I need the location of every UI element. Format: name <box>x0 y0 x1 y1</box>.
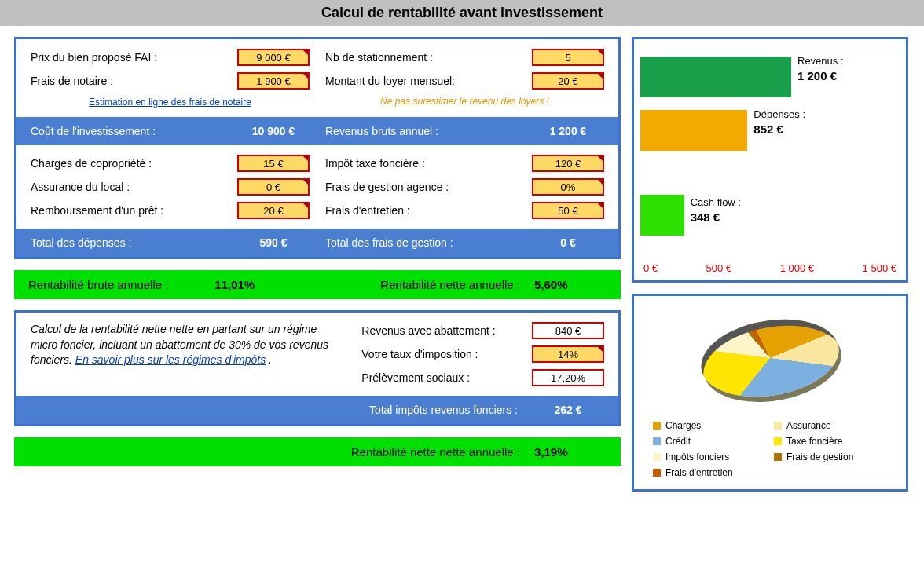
legend-swatch <box>774 422 782 430</box>
bar-rentabilite-finale: Rentabilité nette nette annuelle : 3,19% <box>14 437 621 466</box>
bar-chart-axis: 0 €500 €1 000 €1 500 € <box>640 262 900 274</box>
legend-item: Frais de gestion <box>774 452 887 462</box>
bar <box>640 195 684 236</box>
value-revenus-bruts: 1 200 € <box>532 125 604 137</box>
input-prix-fai[interactable]: 9 000 € <box>237 49 310 66</box>
input-frais-notaire[interactable]: 1 900 € <box>237 72 310 90</box>
value-prelevement-sociaux: 17,20% <box>532 369 604 386</box>
pie-graphic <box>686 306 854 410</box>
pie-legend: ChargesAssuranceCréditTaxe foncièreImpôt… <box>645 420 895 478</box>
bar-label: Revenus :1 200 € <box>798 55 844 84</box>
panel-investment: Prix du bien proposé FAI : 9 000 € Frais… <box>14 37 621 259</box>
bar-chart: Revenus :1 200 €Dépenses :852 €Cash flow… <box>640 50 900 254</box>
label-total-impots: Total impôts revenus fonciers : <box>325 404 532 416</box>
label-assurance: Assurance du local : <box>31 181 231 193</box>
legend-swatch <box>653 469 661 477</box>
label-cout-investissement: Coût de l'investissement : <box>31 125 237 137</box>
label-pret: Remboursement d'un prêt : <box>31 204 231 217</box>
summary-impots: Total impôts revenus fonciers : 262 € <box>16 396 618 424</box>
input-pret[interactable]: 20 € <box>237 202 310 219</box>
bar-row: Cash flow :348 € <box>640 188 900 242</box>
legend-label: Taxe foncière <box>786 436 842 447</box>
input-taxe-fonciere[interactable]: 120 € <box>532 155 604 172</box>
label-taxe-fonciere: Impôt taxe foncière : <box>325 157 526 170</box>
value-rentab-nette-nette: 3,19% <box>534 445 607 459</box>
legend-swatch <box>774 453 782 461</box>
value-abattement: 840 € <box>532 322 604 339</box>
input-charges-copro[interactable]: 15 € <box>237 155 310 172</box>
label-loyer-mensuel: Montant du loyer mensuel: <box>325 75 526 87</box>
legend-item: Assurance <box>774 420 887 431</box>
legend-label: Charges <box>666 420 701 431</box>
legend-item: Crédit <box>653 436 766 447</box>
bar-rentabilite: Rentabilité brute annuelle : 11,01% Rent… <box>14 270 621 299</box>
legend-item: Charges <box>653 420 766 431</box>
input-loyer-mensuel[interactable]: 20 € <box>532 72 604 90</box>
label-total-depenses: Total des dépenses : <box>31 236 237 249</box>
label-rentab-brute: Rentabilité brute annuelle : <box>28 278 214 291</box>
desc-micro-foncier: Calcul de la rentabilité nette nette en … <box>31 322 346 368</box>
legend-swatch <box>653 437 661 445</box>
bar <box>640 57 791 97</box>
legend-label: Impôts fonciers <box>666 452 729 462</box>
right-column: Revenus :1 200 €Dépenses :852 €Cash flow… <box>632 37 908 492</box>
bar-label: Dépenses :852 € <box>754 108 805 137</box>
link-regimes-impots[interactable]: En savoir plus sur les régimes d'impôts <box>75 353 266 366</box>
label-frais-notaire: Frais de notaire : <box>31 75 231 87</box>
bar-row: Dépenses :852 € <box>640 104 900 157</box>
axis-tick: 0 € <box>644 262 658 274</box>
axis-tick: 500 € <box>706 262 732 274</box>
input-nb-stationnement[interactable]: 5 <box>532 49 604 66</box>
legend-label: Frais de gestion <box>786 452 853 462</box>
pie-chart <box>645 307 895 409</box>
pie-chart-panel: ChargesAssuranceCréditTaxe foncièreImpôt… <box>632 294 908 492</box>
legend-label: Frais d'entretien <box>666 467 733 478</box>
bar-label: Cash flow :348 € <box>691 196 741 225</box>
legend-label: Crédit <box>666 436 691 447</box>
summary-depenses: Total des dépenses : 590 € Total des fra… <box>16 229 618 257</box>
value-rentab-nette: 5,60% <box>534 278 607 291</box>
bar-row: Revenus :1 200 € <box>640 50 900 104</box>
label-rentab-nette-nette: Rentabilité nette nette annuelle : <box>274 445 534 459</box>
bar-chart-panel: Revenus :1 200 €Dépenses :852 €Cash flow… <box>632 37 908 283</box>
link-estimation-notaire[interactable]: Estimation en ligne des frais de notaire <box>89 97 251 108</box>
value-total-depenses: 590 € <box>237 236 310 249</box>
page-title: Calcul de rentabilité avant investisseme… <box>0 0 924 26</box>
input-frais-entretien[interactable]: 50 € <box>532 202 604 219</box>
value-rentab-brute: 11,01% <box>214 278 287 291</box>
input-frais-agence[interactable]: 0% <box>532 178 604 196</box>
panel-impots: Calcul de la rentabilité nette nette en … <box>14 310 621 426</box>
legend-item: Frais d'entretien <box>653 467 766 478</box>
label-frais-agence: Frais de gestion agence : <box>325 181 526 193</box>
legend-item: Taxe foncière <box>774 436 887 447</box>
label-total-gestion: Total des frais de gestion : <box>325 236 532 249</box>
input-assurance[interactable]: 0 € <box>237 178 310 196</box>
label-nb-stationnement: Nb de stationnement : <box>325 51 526 64</box>
note-loyer: Ne pas surestimer le revenu des loyers ! <box>325 96 604 107</box>
summary-investment: Coût de l'investissement : 10 900 € Reve… <box>16 117 618 145</box>
legend-swatch <box>774 437 782 445</box>
left-column: Prix du bien proposé FAI : 9 000 € Frais… <box>14 37 621 492</box>
bar <box>640 110 747 151</box>
desc-suffix: . <box>266 353 272 366</box>
label-revenus-bruts: Revenus bruts annuel : <box>325 125 532 137</box>
axis-tick: 1 000 € <box>780 262 814 274</box>
legend-label: Assurance <box>786 420 831 431</box>
label-frais-entretien: Frais d'entretien : <box>325 204 526 217</box>
main-container: Prix du bien proposé FAI : 9 000 € Frais… <box>0 26 924 503</box>
label-charges-copro: Charges de copropriété : <box>31 157 231 170</box>
axis-tick: 1 500 € <box>863 262 896 274</box>
value-total-gestion: 0 € <box>532 236 604 249</box>
label-rentab-nette: Rentabilité nette annuelle : <box>287 278 534 291</box>
legend-swatch <box>653 453 661 461</box>
label-prelevement-sociaux: Prélèvement sociaux : <box>361 371 526 384</box>
label-taux-imposition: Votre taux d'imposition : <box>361 348 526 360</box>
label-prix-fai: Prix du bien proposé FAI : <box>31 51 231 64</box>
legend-swatch <box>653 422 661 430</box>
value-total-impots: 262 € <box>532 404 604 416</box>
legend-item: Impôts fonciers <box>653 452 766 462</box>
input-taux-imposition[interactable]: 14% <box>532 345 604 363</box>
value-cout-investissement: 10 900 € <box>237 125 310 137</box>
label-abattement: Revenus avec abattement : <box>361 324 526 337</box>
